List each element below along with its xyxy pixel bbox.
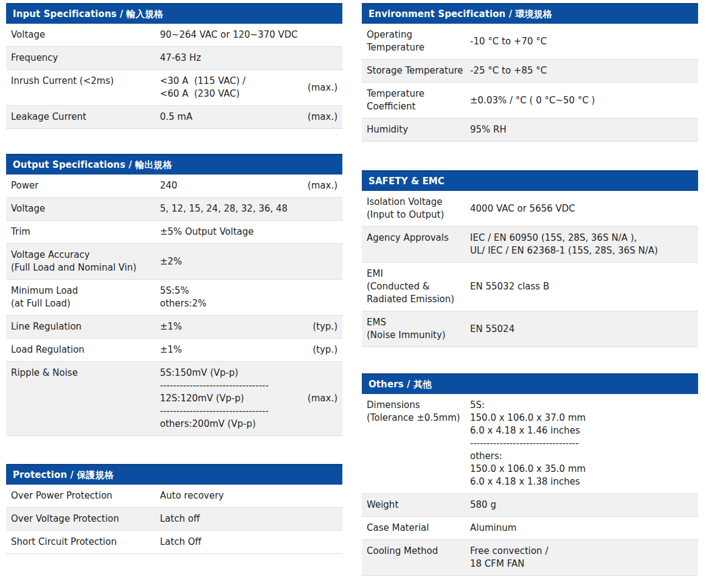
spec-value: 240 <box>160 175 302 197</box>
spec-value-text: 240 <box>160 179 178 192</box>
spec-value-text: 47-63 Hz <box>160 52 201 64</box>
spec-value: 90~264 VAC or 120~370 VDC <box>160 24 302 46</box>
table-row: Line Regulation ±1% (typ.) <box>6 316 342 339</box>
table-row: Voltage 90~264 VAC or 120~370 VDC <box>6 24 342 47</box>
spec-note: (max.) <box>302 106 342 128</box>
spec-label: Storage Temperature <box>362 60 470 82</box>
spec-value-text: ±0.03% / °C ( 0 °C~50 °C ) <box>470 94 595 107</box>
spec-value-text: IEC / EN 60950 (15S, 28S, 36S N/A ), UL/… <box>470 232 658 257</box>
spec-value-text: 5S:5% others:2% <box>160 285 207 310</box>
spec-label: Weight <box>362 494 470 516</box>
spec-note: (typ.) <box>302 316 342 338</box>
environment-table-header: Environment Specification / 環境規格 <box>362 3 698 24</box>
spec-value-text: 5, 12, 15, 24, 28, 32, 36, 48 <box>160 202 288 215</box>
table-row: Cooling Method Free convection / 18 CFM … <box>362 540 698 576</box>
spec-note: (max.) <box>302 70 342 105</box>
left-column: Input Specifications / 輸入規格 Voltage 90~2… <box>6 3 342 576</box>
spec-note <box>302 244 342 279</box>
spec-value: -10 °C to +70 °C <box>470 24 698 59</box>
table-row: Humidity 95% RH <box>362 119 698 142</box>
spec-value-text: 0.5 mA <box>160 111 193 123</box>
table-row: Temperature Coefficient ±0.03% / °C ( 0 … <box>362 83 698 119</box>
spec-label: Load Regulation <box>6 339 160 361</box>
spec-value: 5S:150mV (Vp-p) ------------------------… <box>160 362 302 435</box>
spec-note: (max.) <box>302 175 342 197</box>
spec-value: Auto recovery <box>160 485 302 507</box>
spec-value: 4000 VAC or 5656 VDC <box>470 191 698 226</box>
spec-value-text: -10 °C to +70 °C <box>470 35 547 48</box>
spec-note <box>302 221 342 243</box>
table-row: Ripple & Noise 5S:150mV (Vp-p) ---------… <box>6 362 342 436</box>
table-row: Voltage 5, 12, 15, 24, 28, 32, 36, 48 <box>6 198 342 221</box>
spec-value-text: ±2% <box>160 255 182 268</box>
spec-value-text: 4000 VAC or 5656 VDC <box>470 202 575 215</box>
spec-label: Dimensions (Tolerance ±0.5mm) <box>362 394 470 493</box>
output-table-title: Output Specifications / 輸出規格 <box>13 159 172 171</box>
spec-label: Voltage Accuracy (Full Load and Nominal … <box>6 244 160 279</box>
spec-label: Over Voltage Protection <box>6 508 160 530</box>
spec-value-text: Free convection / 18 CFM FAN <box>470 545 548 570</box>
spec-value: Latch Off <box>160 531 302 553</box>
table-row: Storage Temperature -25 °C to +85 °C <box>362 60 698 83</box>
safety-emc-table: SAFETY & EMC Isolation Voltage (Input to… <box>362 170 698 347</box>
spec-value: 5, 12, 15, 24, 28, 32, 36, 48 <box>160 198 302 220</box>
protection-table-body: Over Power Protection Auto recovery Over… <box>6 485 342 554</box>
spec-label: Operating Temperature <box>362 24 470 59</box>
spec-value: 5S: 150.0 x 106.0 x 37.0 mm 6.0 x 4.18 x… <box>470 394 698 493</box>
safety-table-body: Isolation Voltage (Input to Output) 4000… <box>362 191 698 347</box>
spec-note <box>302 485 342 507</box>
spec-value: ±0.03% / °C ( 0 °C~50 °C ) <box>470 83 698 118</box>
spec-label: Over Power Protection <box>6 485 160 507</box>
spec-value: 5S:5% others:2% <box>160 280 302 315</box>
spec-value: EN 55024 <box>470 311 698 347</box>
spec-value: <30 A (115 VAC) / <60 A (230 VAC) <box>160 70 302 105</box>
spec-value-text: EN 55032 class B <box>470 280 549 293</box>
spec-note <box>302 198 342 220</box>
spec-value-text: Aluminum <box>470 522 516 534</box>
spec-note <box>302 280 342 315</box>
spec-value: ±1% <box>160 339 302 361</box>
spec-value: -25 °C to +85 °C <box>470 60 698 82</box>
table-row: Case Material Aluminum <box>362 517 698 540</box>
table-row: Over Power Protection Auto recovery <box>6 485 342 508</box>
spec-label: Line Regulation <box>6 316 160 338</box>
table-row: Frequency 47-63 Hz <box>6 47 342 70</box>
protection-table-header: Protection / 保護規格 <box>6 464 342 485</box>
spec-value: Free convection / 18 CFM FAN <box>470 540 698 575</box>
table-row: Load Regulation ±1% (typ.) <box>6 339 342 362</box>
spec-label: Isolation Voltage (Input to Output) <box>362 191 470 226</box>
spec-label: Short Circuit Protection <box>6 531 160 553</box>
table-row: Power 240 (max.) <box>6 175 342 198</box>
spec-label: EMI (Conducted & Radiated Emission) <box>362 263 470 311</box>
table-row: Weight 580 g <box>362 494 698 517</box>
environment-specification-table: Environment Specification / 環境規格 Operati… <box>362 3 698 142</box>
safety-table-title: SAFETY & EMC <box>369 176 445 187</box>
spec-value: IEC / EN 60950 (15S, 28S, 36S N/A ), UL/… <box>470 227 698 262</box>
environment-table-body: Operating Temperature -10 °C to +70 °C S… <box>362 24 698 142</box>
spec-note <box>302 531 342 553</box>
environment-table-title: Environment Specification / 環境規格 <box>369 9 552 20</box>
others-table-title: Others / 其他 <box>369 379 432 390</box>
table-row: Short Circuit Protection Latch Off <box>6 531 342 554</box>
spec-label: Case Material <box>362 517 470 539</box>
spec-value-text: 5S: 150.0 x 106.0 x 37.0 mm 6.0 x 4.18 x… <box>470 399 586 488</box>
spec-label: EMS (Noise Immunity) <box>362 311 470 347</box>
spec-label: Temperature Coefficient <box>362 83 470 118</box>
spec-value-text: 95% RH <box>470 123 507 136</box>
spec-value-text: ±5% Output Voltage <box>160 226 254 238</box>
spec-value-text: 90~264 VAC or 120~370 VDC <box>160 29 298 41</box>
table-row: Dimensions (Tolerance ±0.5mm) 5S: 150.0 … <box>362 394 698 494</box>
input-specifications-table: Input Specifications / 輸入規格 Voltage 90~2… <box>6 3 342 129</box>
spec-label: Power <box>6 175 160 197</box>
spec-label: Cooling Method <box>362 540 470 575</box>
input-table-title: Input Specifications / 輸入規格 <box>13 9 163 20</box>
spec-label: Leakage Current <box>6 106 160 128</box>
spec-value-text: Latch off <box>160 513 199 525</box>
spec-label: Ripple & Noise <box>6 362 160 435</box>
input-table-header: Input Specifications / 輸入規格 <box>6 3 342 24</box>
others-table-body: Dimensions (Tolerance ±0.5mm) 5S: 150.0 … <box>362 394 698 576</box>
table-row: Trim ±5% Output Voltage <box>6 221 342 244</box>
spec-value: 580 g <box>470 494 698 516</box>
table-row: EMI (Conducted & Radiated Emission) EN 5… <box>362 263 698 311</box>
right-column: Environment Specification / 環境規格 Operati… <box>362 3 698 576</box>
